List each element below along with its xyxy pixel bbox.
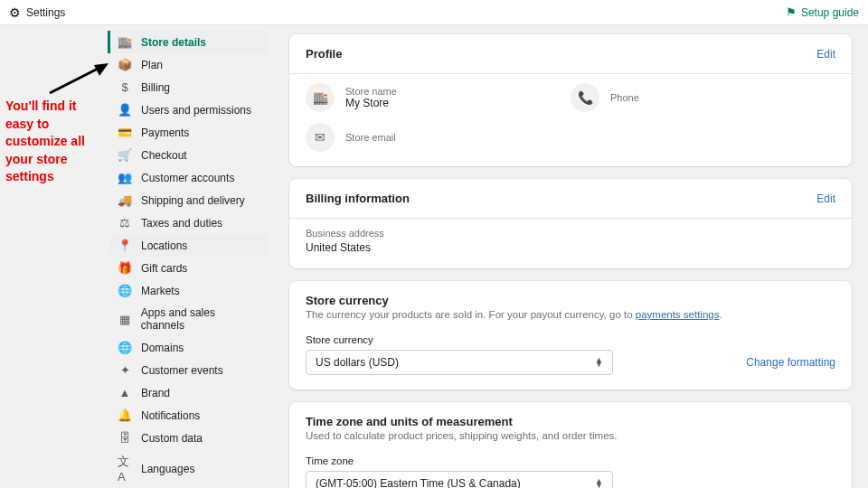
sidebar-item-label: Checkout — [141, 149, 187, 162]
currency-header: Store currency — [289, 281, 852, 309]
store-name-label: Store name — [345, 86, 397, 97]
nav-icon: ✦ — [118, 363, 132, 377]
billing-body: Business address United States — [289, 219, 852, 268]
sidebar-item-label: Billing — [141, 81, 170, 94]
store-name-field: 🏬 Store name My Store — [306, 83, 571, 112]
chevron-updown-icon: ▲▼ — [595, 358, 603, 368]
profile-header: Profile Edit — [289, 34, 852, 74]
content-area: You'll find it easy to customize all you… — [0, 25, 868, 488]
sidebar-item-custom-data[interactable]: 🗄Custom data — [110, 427, 268, 449]
sidebar-item-markets[interactable]: 🌐Markets — [110, 279, 268, 302]
sidebar-item-customer-events[interactable]: ✦Customer events — [110, 359, 268, 381]
nav-icon: 💳 — [118, 126, 132, 139]
profile-row-2: ✉ Store email — [306, 123, 835, 152]
sidebar-item-domains[interactable]: 🌐Domains — [110, 336, 268, 359]
currency-body: Store currency US dollars (USD) ▲▼ Chang… — [289, 325, 852, 389]
setup-guide-label: Setup guide — [801, 6, 859, 19]
sidebar-item-taxes-and-duties[interactable]: ⚖Taxes and duties — [110, 211, 268, 234]
nav-icon: 🔔 — [118, 408, 132, 422]
sidebar-item-label: Languages — [141, 463, 194, 475]
settings-sidebar: 🏬Store details📦Plan$Billing👤Users and pe… — [105, 25, 273, 488]
billing-title: Billing information — [306, 192, 410, 205]
annotation-overlay: You'll find it easy to customize all you… — [0, 25, 105, 488]
timezone-card: Time zone and units of measurement Used … — [289, 402, 852, 488]
currency-select[interactable]: US dollars (USD) ▲▼ — [306, 350, 613, 375]
currency-select-wrap: US dollars (USD) ▲▼ Change formatting — [306, 350, 835, 375]
sidebar-item-label: Domains — [141, 342, 184, 354]
business-address-value: United States — [306, 241, 835, 254]
sidebar-item-checkout[interactable]: 🛒Checkout — [110, 144, 268, 166]
page-title: Settings — [26, 6, 65, 19]
sidebar-item-users-and-permissions[interactable]: 👤Users and permissions — [110, 99, 268, 121]
nav-icon: 📦 — [118, 58, 132, 71]
sidebar-item-languages[interactable]: 文ALanguages — [110, 449, 268, 488]
sidebar-item-locations[interactable]: 📍Locations — [110, 234, 268, 257]
timezone-body: Time zone (GMT-05:00) Eastern Time (US &… — [289, 446, 852, 488]
profile-row-1: 🏬 Store name My Store 📞 Phone — [306, 83, 835, 112]
sidebar-item-billing[interactable]: $Billing — [110, 76, 268, 99]
topbar-left: ⚙ Settings — [9, 5, 65, 20]
store-name-value: My Store — [345, 97, 397, 109]
profile-title: Profile — [306, 47, 342, 61]
sidebar-item-shipping-and-delivery[interactable]: 🚚Shipping and delivery — [110, 189, 268, 211]
sidebar-item-label: Customer events — [141, 364, 223, 377]
currency-select-value: US dollars (USD) — [316, 356, 399, 369]
sidebar-item-label: Store details — [141, 36, 206, 49]
sidebar-item-apps-and-sales-channels[interactable]: ▦Apps and sales channels — [110, 302, 268, 336]
nav-icon: 🌐 — [118, 341, 132, 354]
profile-edit-link[interactable]: Edit — [816, 48, 835, 61]
chevron-updown-icon: ▲▼ — [595, 479, 603, 488]
nav-icon: 👥 — [118, 171, 132, 184]
currency-field-label: Store currency — [306, 334, 835, 345]
topbar: ⚙ Settings ⚑ Setup guide — [0, 0, 868, 25]
nav-icon: $ — [118, 80, 132, 94]
annotation-text: You'll find it easy to customize all you… — [5, 98, 99, 186]
timezone-field-label: Time zone — [306, 455, 835, 466]
change-formatting-link[interactable]: Change formatting — [746, 356, 835, 369]
nav-icon: 🛒 — [118, 148, 132, 162]
flag-icon: ⚑ — [786, 5, 797, 19]
sidebar-item-store-details[interactable]: 🏬Store details — [108, 31, 268, 53]
email-icon: ✉ — [306, 123, 335, 152]
sidebar-item-gift-cards[interactable]: 🎁Gift cards — [110, 257, 268, 279]
sidebar-item-label: Brand — [141, 387, 170, 399]
profile-card: Profile Edit 🏬 Store name My Store 📞 — [289, 34, 852, 166]
email-field: ✉ Store email — [306, 123, 835, 152]
sidebar-item-label: Shipping and delivery — [141, 194, 245, 207]
billing-card: Billing information Edit Business addres… — [289, 179, 852, 268]
nav-icon: ▦ — [118, 313, 132, 326]
timezone-select-value: (GMT-05:00) Eastern Time (US & Canada) — [316, 477, 521, 488]
sidebar-item-label: Gift cards — [141, 262, 187, 275]
phone-field: 📞 Phone — [571, 83, 835, 112]
sidebar-item-label: Users and permissions — [141, 104, 251, 117]
sidebar-item-label: Custom data — [141, 432, 203, 445]
sidebar-item-brand[interactable]: ▲Brand — [110, 381, 268, 404]
phone-icon: 📞 — [571, 83, 599, 112]
gear-icon: ⚙ — [9, 5, 21, 20]
billing-header: Billing information Edit — [289, 179, 852, 219]
nav-icon: 🏬 — [118, 35, 132, 49]
sidebar-item-label: Plan — [141, 59, 163, 71]
setup-guide-link[interactable]: ⚑ Setup guide — [786, 5, 859, 19]
arrow-annotation — [45, 61, 118, 98]
currency-subtitle: The currency your products are sold in. … — [289, 309, 852, 325]
timezone-subtitle: Used to calculate product prices, shippi… — [289, 430, 852, 446]
timezone-select[interactable]: (GMT-05:00) Eastern Time (US & Canada) ▲… — [306, 471, 613, 488]
nav-icon: ⚖ — [118, 216, 132, 230]
main-panel: Profile Edit 🏬 Store name My Store 📞 — [273, 25, 868, 488]
sidebar-item-plan[interactable]: 📦Plan — [110, 53, 268, 76]
nav-icon: 🚚 — [118, 193, 132, 207]
sidebar-item-customer-accounts[interactable]: 👥Customer accounts — [110, 166, 268, 189]
sidebar-item-payments[interactable]: 💳Payments — [110, 121, 268, 144]
sidebar-item-notifications[interactable]: 🔔Notifications — [110, 404, 268, 427]
timezone-title: Time zone and units of measurement — [306, 415, 513, 428]
currency-subtitle-text: The currency your products are sold in. … — [306, 309, 636, 320]
nav-icon: 📍 — [118, 239, 132, 252]
nav-icon: ▲ — [118, 386, 132, 399]
payments-settings-link[interactable]: payments settings — [636, 309, 720, 320]
store-icon: 🏬 — [306, 83, 335, 112]
profile-body: 🏬 Store name My Store 📞 Phone — [289, 74, 852, 166]
nav-icon: 👤 — [118, 103, 132, 117]
billing-edit-link[interactable]: Edit — [816, 192, 835, 205]
sidebar-item-label: Apps and sales channels — [141, 306, 260, 332]
